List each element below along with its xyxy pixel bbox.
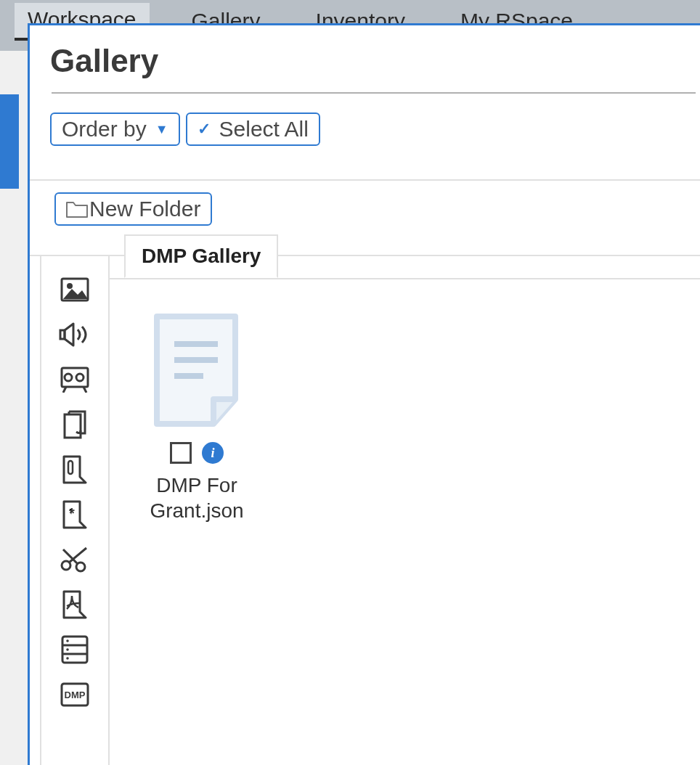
new-folder-label: New Folder xyxy=(89,198,200,220)
gallery-content: DMP Gallery i xyxy=(110,256,700,765)
checkmark-icon: ✓ xyxy=(198,121,211,137)
gallery-toolbar: Order by ▼ ✓ Select All xyxy=(28,94,700,181)
sidebar-video-icon[interactable] xyxy=(59,364,91,396)
sidebar-pdf-icon[interactable] xyxy=(59,589,91,621)
gallery-main: * DMP DMP Gallery xyxy=(40,256,700,765)
modal-title: Gallery xyxy=(30,25,700,92)
svg-rect-6 xyxy=(68,461,73,474)
new-folder-button[interactable]: New Folder xyxy=(54,192,212,226)
sidebar-filestores-icon[interactable] xyxy=(59,634,91,666)
folder-icon xyxy=(66,201,88,217)
sidebar-snippets-icon[interactable] xyxy=(59,544,91,576)
sidebar-misc-icon[interactable]: * xyxy=(59,499,91,531)
svg-text:*: * xyxy=(69,505,75,521)
svg-point-5 xyxy=(76,374,84,381)
sidebar-documents-icon[interactable] xyxy=(59,409,91,441)
file-tile[interactable]: i DMP For Grant.json xyxy=(131,308,262,523)
chevron-down-icon: ▼ xyxy=(155,123,168,136)
order-by-dropdown[interactable]: Order by ▼ xyxy=(50,112,180,146)
file-meta-row: i xyxy=(170,442,224,464)
sidebar-dmp-icon[interactable]: DMP xyxy=(59,679,91,711)
order-by-label: Order by xyxy=(62,118,147,140)
svg-point-13 xyxy=(66,639,69,642)
gallery-sidebar: * DMP xyxy=(40,256,110,765)
sidebar-audio-icon[interactable] xyxy=(59,319,91,351)
sidebar-images-icon[interactable] xyxy=(59,274,91,306)
svg-rect-10 xyxy=(62,637,87,663)
file-document-icon xyxy=(142,308,251,432)
select-all-button[interactable]: ✓ Select All xyxy=(186,112,320,146)
sidebar-chemistry-icon[interactable] xyxy=(59,454,91,486)
select-all-label: Select All xyxy=(219,118,309,140)
file-info-button[interactable]: i xyxy=(202,442,224,464)
svg-text:DMP: DMP xyxy=(65,690,86,700)
gallery-modal: Gallery Order by ▼ ✓ Select All New Fold… xyxy=(28,23,700,765)
svg-point-15 xyxy=(66,657,69,660)
svg-point-4 xyxy=(65,374,72,381)
left-accent-stripe xyxy=(0,94,19,189)
file-name-label: DMP For Grant.json xyxy=(150,472,243,523)
content-tab[interactable]: DMP Gallery xyxy=(124,234,278,278)
file-select-checkbox[interactable] xyxy=(170,442,192,464)
gallery-file-grid: i DMP For Grant.json xyxy=(110,278,700,552)
svg-point-14 xyxy=(66,648,69,651)
svg-point-1 xyxy=(67,283,73,289)
